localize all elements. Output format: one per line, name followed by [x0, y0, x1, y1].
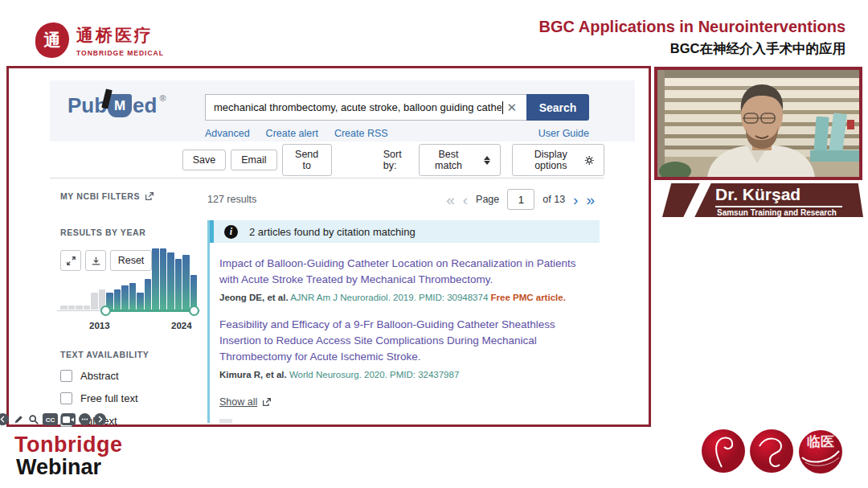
gear-icon — [584, 154, 594, 166]
page-of-label: of 13 — [542, 194, 565, 205]
show-all-link[interactable]: Show all — [210, 396, 604, 408]
year-bar-2019 — [152, 248, 159, 310]
search-zone: mechanical thrombectomy, acute stroke, b… — [205, 94, 589, 139]
pagination: « ‹ Page of 13 › » — [446, 189, 595, 210]
save-button[interactable]: Save — [182, 150, 227, 170]
filters-sidebar: MY NCBI FILTERS RESULTS BY YEAR — [50, 178, 207, 427]
tonbridge-seal-icon: 通 — [35, 23, 69, 58]
svg-text:临医: 临医 — [807, 434, 834, 449]
speaker-affiliation: Samsun Training and Research Hospital — [717, 208, 863, 226]
sort-by-label: Sort by: — [383, 149, 412, 171]
expand-chart-button[interactable] — [60, 250, 81, 271]
forward-button[interactable] — [94, 413, 106, 425]
results-by-year-chart: Reset 2013 2024 — [60, 245, 203, 330]
advanced-link[interactable]: Advanced — [205, 128, 250, 139]
camera-icon — [62, 415, 75, 424]
footer-brand-bottom: Webinar — [16, 455, 122, 480]
captions-button[interactable]: CC — [43, 413, 58, 425]
pubmed-screenshot: PubMed® mechanical thrombectomy, acute s… — [50, 80, 635, 427]
my-ncbi-filters-link[interactable]: MY NCBI FILTERS — [60, 191, 207, 201]
filter-free-full-text[interactable]: Free full text — [60, 392, 207, 404]
year-slider-handle-start[interactable] — [100, 306, 111, 316]
search-input[interactable]: mechanical thrombectomy, acute stroke, b… — [205, 94, 526, 121]
footer-brand: Tonbridge Webinar — [14, 433, 122, 480]
year-bar-2021 — [167, 252, 174, 310]
pen-tool-button[interactable] — [12, 413, 24, 425]
filter-abstract[interactable]: Abstract — [60, 370, 207, 382]
year-start-label: 2013 — [89, 321, 110, 330]
year-slider-handle-end[interactable] — [189, 306, 199, 316]
create-alert-link[interactable]: Create alert — [266, 128, 318, 139]
back-button[interactable] — [0, 413, 9, 425]
tonbridge-logo-cn: 通桥医疗 — [76, 24, 164, 47]
prev-page-icon[interactable]: ‹ — [463, 192, 468, 207]
year-bar-2016 — [129, 283, 137, 310]
sort-select[interactable]: Best match — [419, 144, 501, 176]
sort-updown-icon — [484, 156, 490, 165]
search-button[interactable]: Search — [526, 94, 589, 121]
presentation-title-cn: BGC在神经介入手术中的应用 — [538, 40, 845, 58]
external-link-icon — [145, 191, 154, 201]
email-button[interactable]: Email — [231, 150, 276, 170]
first-page-icon[interactable]: « — [446, 192, 455, 207]
text-availability-label: TEXT AVAILABILITY — [60, 350, 207, 359]
checkbox-icon[interactable] — [60, 370, 72, 382]
year-bar-2010 — [84, 306, 91, 310]
product-logos: 临医 — [701, 429, 844, 475]
camera-button[interactable] — [61, 413, 76, 425]
footer-brand-top: Tonbridge — [14, 433, 122, 457]
year-bar-2017 — [137, 293, 144, 310]
webinar-stage: 通 通桥医疗 TONBRIDGE MEDICAL BGC Application… — [0, 0, 868, 488]
results-by-year-label: RESULTS BY YEAR — [60, 228, 207, 237]
nameplate-stripe — [682, 182, 711, 220]
article-title-link[interactable]: Impact of Balloon-Guiding Catheter Locat… — [219, 256, 581, 288]
page-number-input[interactable] — [507, 189, 534, 210]
year-bar-2011 — [91, 293, 98, 310]
results-main: 127 results « ‹ Page of 13 › » — [207, 178, 604, 427]
checkbox-icon[interactable] — [60, 392, 72, 404]
expand-icon — [66, 256, 76, 266]
article-authors: Kimura R, et al. — [219, 370, 287, 379]
download-chart-button[interactable] — [85, 250, 106, 271]
info-icon — [224, 225, 238, 239]
create-rss-link[interactable]: Create RSS — [334, 128, 388, 139]
next-page-icon[interactable]: › — [573, 192, 578, 207]
registered-mark: ® — [159, 93, 166, 103]
last-page-icon[interactable]: » — [586, 192, 595, 207]
search-query-text: mechanical thrombectomy, acute stroke, b… — [214, 101, 502, 113]
article-result: Feasibility and Efficacy of a 9-Fr Ballo… — [210, 317, 581, 381]
zoom-tool-button[interactable] — [27, 413, 39, 425]
speaker-name: Dr. Kürşad — [715, 185, 800, 204]
citation-banner: 2 articles found by citation matching — [210, 220, 600, 243]
more-button[interactable] — [79, 413, 91, 425]
year-bar-2009 — [76, 306, 83, 310]
article-authors: Jeong DE, et al. — [219, 293, 289, 302]
external-link-icon — [262, 397, 272, 407]
page-label: Page — [476, 194, 499, 205]
pubmed-book-icon: M — [108, 94, 132, 117]
pubmed-logo-ed: ed — [133, 93, 157, 118]
catheter-logo-1 — [701, 429, 746, 474]
article-result: Impact of Balloon-Guiding Catheter Locat… — [210, 256, 581, 304]
user-guide-link[interactable]: User Guide — [538, 128, 589, 139]
slide-frame: PubMed® mechanical thrombectomy, acute s… — [6, 66, 651, 427]
presentation-title-en: BGC Applications in Neurointerventions — [538, 18, 845, 36]
cc-icon: CC — [43, 414, 58, 424]
svg-text:CC: CC — [46, 416, 55, 424]
speaker-video — [654, 67, 862, 180]
year-slider-track — [105, 310, 195, 312]
speaker-video-scene — [657, 70, 859, 177]
reset-chart-button[interactable]: Reset — [110, 250, 152, 271]
citation-match-group: 2 articles found by citation matching Im… — [207, 220, 604, 423]
display-options-button[interactable]: Display options — [512, 144, 604, 176]
clear-search-icon[interactable]: ✕ — [503, 100, 520, 115]
tonbridge-logo-en: TONBRIDGE MEDICAL — [76, 49, 164, 57]
speaker-nameplate: Dr. Kürşad Samsun Training and Research … — [662, 183, 863, 217]
pubmed-logo: PubMed® — [68, 93, 166, 118]
year-bar-2020 — [160, 248, 167, 310]
article-title-link[interactable]: Feasibility and Efficacy of a 9-Fr Ballo… — [219, 317, 581, 365]
nameplate-divider — [715, 206, 842, 207]
year-bar-2022 — [175, 259, 182, 310]
year-bar-2014 — [114, 289, 121, 310]
send-to-button[interactable]: Send to — [282, 144, 332, 176]
